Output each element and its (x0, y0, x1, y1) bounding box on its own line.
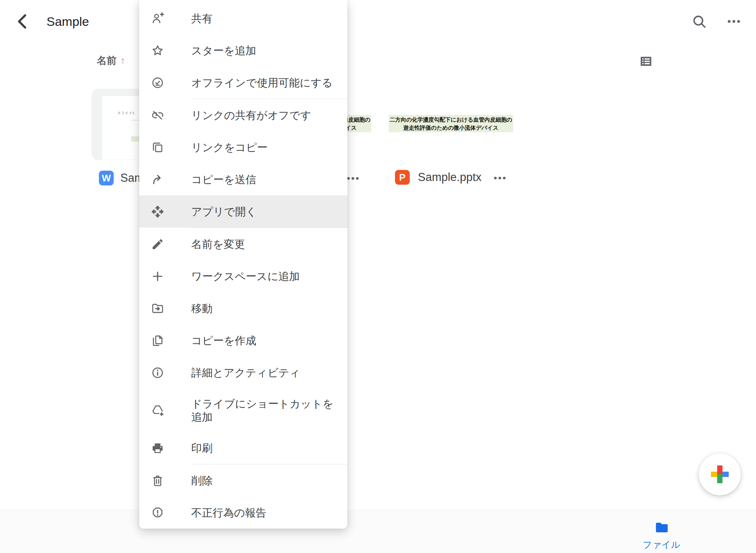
menu-item-add-star[interactable]: スターを追加 (139, 34, 347, 66)
list-view-toggle-button[interactable] (639, 54, 653, 69)
menu-item-label: リンクをコピー (191, 141, 336, 154)
link-off-icon (151, 109, 164, 122)
menu-item-link-sharing-off[interactable]: リンクの共有がオフです (139, 99, 347, 131)
google-plus-icon (710, 465, 729, 484)
printer-icon (151, 441, 164, 455)
menu-item-label: リンクの共有がオフです (191, 109, 336, 122)
send-icon (151, 173, 164, 186)
file-context-menu: 共有 スターを追加 オフラインで使用可能にする リンクの共有がオフです リンクを… (139, 0, 347, 529)
drive-add-icon (151, 404, 164, 417)
menu-item-print[interactable]: 印刷 (139, 432, 347, 464)
preview-title-line1: 二方向の化学濃度勾配下における血管内皮細胞の (389, 116, 513, 124)
menu-item-label: 削除 (191, 474, 336, 487)
menu-item-open-in-app[interactable]: アプリで開く (139, 195, 347, 228)
menu-item-offline[interactable]: オフラインで使用可能にする (139, 66, 347, 99)
menu-item-label: 移動 (191, 302, 336, 315)
menu-item-share[interactable]: 共有 (139, 2, 347, 34)
view-list-icon (639, 54, 653, 69)
search-button[interactable] (691, 13, 707, 30)
menu-item-label: 名前を変更 (191, 238, 336, 251)
more-horiz-icon (726, 13, 742, 30)
page-title: Sample (47, 13, 89, 30)
report-icon (151, 506, 164, 519)
powerpoint-file-badge: P (395, 170, 410, 185)
menu-item-copy-link[interactable]: リンクをコピー (139, 131, 347, 163)
open-with-icon (151, 205, 164, 218)
menu-item-move[interactable]: 移動 (139, 292, 347, 324)
menu-item-report-abuse[interactable]: 不正行為の報告 (139, 496, 347, 529)
search-icon (691, 13, 707, 30)
copy-icon (151, 141, 164, 154)
info-icon (151, 366, 164, 379)
back-button[interactable] (13, 11, 32, 32)
menu-item-label: コピーを送信 (191, 173, 336, 186)
preview-title-line2: 遊走性評価のための微小流体デバイス (389, 124, 513, 132)
menu-item-label: 印刷 (191, 441, 336, 455)
person-add-icon (151, 12, 164, 25)
file-copy-icon (151, 334, 164, 347)
menu-item-add-shortcut-to-drive[interactable]: ドライブにショートカットを追加 (139, 389, 347, 432)
word-file-badge: W (99, 171, 114, 185)
nav-tab-files[interactable] (653, 520, 670, 535)
chevron-left-icon (13, 11, 32, 32)
file-more-button[interactable] (346, 176, 360, 181)
file-more-button[interactable] (493, 175, 506, 181)
overflow-menu-button[interactable] (726, 13, 742, 30)
sort-label: 名前 (97, 54, 117, 67)
star-icon (151, 44, 164, 57)
menu-item-label: 共有 (191, 12, 336, 25)
trash-icon (151, 474, 164, 487)
create-new-fab[interactable] (699, 453, 741, 495)
doc-preview-text: スライド1 (117, 111, 135, 116)
offline-check-icon (151, 76, 164, 89)
menu-item-label: オフラインで使用可能にする (191, 76, 336, 89)
menu-item-label: コピーを作成 (191, 334, 336, 347)
folder-move-icon (151, 302, 164, 315)
menu-item-rename[interactable]: 名前を変更 (139, 228, 347, 260)
more-dots-icon (346, 176, 360, 181)
file-name-pptx[interactable]: Sample.pptx (418, 170, 481, 185)
menu-item-label: 詳細とアクティビティ (191, 366, 336, 379)
menu-item-label: ドライブにショートカットを追加 (191, 397, 336, 424)
sort-ascending-icon: ↑ (120, 55, 126, 66)
menu-item-details-activity[interactable]: 詳細とアクティビティ (139, 356, 347, 389)
menu-item-label: ワークスペースに追加 (191, 270, 336, 283)
menu-item-delete[interactable]: 削除 (139, 464, 347, 496)
folder-icon (653, 520, 670, 535)
menu-item-add-to-workspace[interactable]: ワークスペースに追加 (139, 260, 347, 292)
menu-item-label: アプリで開く (191, 205, 336, 218)
menu-item-make-copy[interactable]: コピーを作成 (139, 324, 347, 356)
sort-control[interactable]: 名前 ↑ (97, 53, 126, 68)
menu-item-label: スターを追加 (191, 44, 336, 57)
more-dots-icon (493, 175, 506, 181)
pencil-icon (151, 238, 164, 251)
plus-icon (151, 270, 164, 283)
menu-item-send-copy[interactable]: コピーを送信 (139, 163, 347, 195)
menu-item-label: 不正行為の報告 (191, 506, 336, 519)
pptx-preview-title[interactable]: 二方向の化学濃度勾配下における血管内皮細胞の 遊走性評価のための微小流体デバイス (389, 115, 513, 132)
nav-tab-files-label[interactable]: ファイル (625, 539, 698, 551)
file-name-doc[interactable]: Sam (120, 171, 140, 185)
